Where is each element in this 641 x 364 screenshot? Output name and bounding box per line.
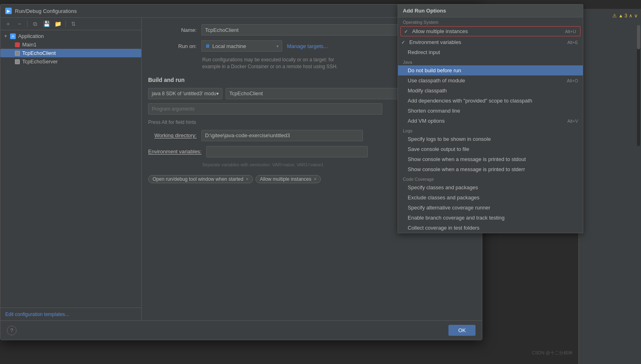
sidebar-footer: Edit configuration templates... bbox=[0, 308, 141, 320]
do-not-build-label: Do not build before run bbox=[408, 67, 461, 73]
sidebar-toolbar: + − ⧉ 💾 📁 ⇅ bbox=[0, 18, 141, 30]
run-on-select[interactable]: 🖥 Local machine ▾ bbox=[201, 40, 282, 52]
add-vm-options-shortcut: Alt+V bbox=[567, 119, 578, 123]
save-configuration-button[interactable]: 💾 bbox=[42, 19, 51, 28]
environment-variables-shortcut: Alt+E bbox=[567, 40, 578, 45]
dropdown-item-add-dependencies[interactable]: Add dependencies with "provided" scope t… bbox=[398, 96, 583, 106]
sdk-select[interactable]: java 8 SDK of 'untitled3' modu▾ bbox=[148, 88, 222, 99]
exclude-classes-label: Exclude classes and packages bbox=[408, 195, 480, 201]
add-vm-options-label: Add VM options bbox=[408, 118, 445, 124]
add-dependencies-label: Add dependencies with "provided" scope t… bbox=[408, 98, 532, 104]
remove-configuration-button[interactable]: − bbox=[15, 19, 24, 28]
scrollbar-thumb[interactable] bbox=[637, 25, 640, 49]
name-input[interactable] bbox=[201, 24, 399, 36]
dialog-title-left: ▶ Run/Debug Configurations bbox=[5, 8, 77, 14]
program-args-input[interactable] bbox=[148, 103, 382, 115]
sidebar-item-tcpechoclient[interactable]: TcpEchoClient bbox=[0, 49, 141, 57]
sort-button[interactable]: ⇅ bbox=[69, 19, 78, 28]
redirect-input-label: Redirect input bbox=[408, 49, 440, 55]
use-classpath-label: Use classpath of module bbox=[408, 77, 465, 84]
dropdown-item-enable-branch-coverage[interactable]: Enable branch coverage and track testing bbox=[398, 213, 583, 223]
name-label: Name: bbox=[148, 27, 197, 33]
dropdown-item-exclude-classes[interactable]: Exclude classes and packages bbox=[398, 192, 583, 203]
section-label-java: Java bbox=[398, 57, 583, 65]
dropdown-item-shorten-command[interactable]: Shorten command line bbox=[398, 106, 583, 116]
folder-button[interactable]: 📁 bbox=[53, 19, 62, 28]
local-machine-icon: 🖥 bbox=[205, 43, 210, 49]
add-configuration-button[interactable]: + bbox=[4, 19, 13, 28]
add-run-options-dropdown: Add Run Options Operating System Allow m… bbox=[398, 4, 583, 233]
dropdown-item-allow-multiple-instances[interactable]: Allow multiple instances Alt+U bbox=[400, 26, 580, 36]
right-ide-panel: ⚠ ▲ 3 ∧ ∨ bbox=[578, 9, 641, 364]
allow-multiple-instances-label: Allow multiple instances bbox=[412, 28, 468, 34]
dropdown-item-save-console[interactable]: Save console output to file bbox=[398, 144, 583, 154]
tag-open-tool-window-label: Open run/debug tool window when started bbox=[153, 176, 243, 182]
help-button[interactable]: ? bbox=[7, 326, 17, 335]
scrollbar-track[interactable] bbox=[637, 25, 640, 146]
chevron-down-icon[interactable]: ∨ bbox=[634, 13, 638, 19]
tag-allow-multiple-instances-close[interactable]: × bbox=[314, 176, 316, 182]
dropdown-item-specify-classes[interactable]: Specify classes and packages bbox=[398, 182, 583, 192]
dialog-title: Run/Debug Configurations bbox=[15, 8, 77, 14]
environment-variables-label: Environment variables bbox=[409, 39, 461, 45]
sidebar-item-main1[interactable]: Main1 bbox=[0, 40, 141, 49]
sidebar-item-label-main1: Main1 bbox=[22, 42, 36, 48]
dropdown-item-add-vm-options[interactable]: Add VM options Alt+V bbox=[398, 116, 583, 126]
chevron-up-icon[interactable]: ∧ bbox=[629, 13, 633, 19]
warning-count: ▲ 3 bbox=[618, 13, 627, 19]
sdk-label: java 8 SDK of 'untitled3' modu▾ bbox=[152, 91, 219, 96]
use-classpath-shortcut: Alt+O bbox=[567, 78, 578, 83]
sidebar-tree: ▼ A Application Main1 TcpEchoClient TcpE… bbox=[0, 30, 141, 308]
run-on-dropdown-arrow: ▾ bbox=[277, 44, 279, 48]
working-dir-label: Working directory: bbox=[148, 132, 197, 138]
dropdown-item-specify-logs[interactable]: Specify logs to be shown in console bbox=[398, 134, 583, 144]
toolbar-separator-2 bbox=[65, 21, 66, 27]
shorten-command-label: Shorten command line bbox=[408, 108, 460, 114]
sidebar: + − ⧉ 💾 📁 ⇅ ▼ A Application Main1 bbox=[0, 18, 142, 320]
toolbar-separator-1 bbox=[27, 21, 27, 27]
specify-logs-label: Specify logs to be shown in console bbox=[408, 136, 491, 142]
save-console-label: Save console output to file bbox=[408, 146, 469, 152]
tcpechoserver-icon bbox=[15, 59, 20, 64]
tag-allow-multiple-instances: Allow multiple instances × bbox=[256, 175, 321, 183]
dropdown-item-show-console-stderr[interactable]: Show console when a message is printed t… bbox=[398, 164, 583, 174]
dropdown-item-redirect-input[interactable]: Redirect input bbox=[398, 47, 583, 57]
warning-icon: ⚠ bbox=[612, 13, 617, 19]
section-label-code-coverage: Code Coverage bbox=[398, 174, 583, 182]
warning-badge: ⚠ ▲ 3 ∧ ∨ bbox=[609, 12, 641, 19]
copy-configuration-button[interactable]: ⧉ bbox=[31, 19, 40, 28]
dropdown-item-do-not-build[interactable]: Do not build before run bbox=[398, 65, 583, 75]
ok-button[interactable]: OK bbox=[448, 325, 476, 336]
sidebar-item-label-tcpechoclient: TcpEchoClient bbox=[22, 50, 56, 56]
dropdown-item-show-console-stdout[interactable]: Show console when a message is printed t… bbox=[398, 154, 583, 164]
collect-coverage-label: Collect coverage in test folders bbox=[408, 225, 480, 231]
working-dir-input[interactable] bbox=[201, 130, 363, 141]
dropdown-item-collect-coverage[interactable]: Collect coverage in test folders bbox=[398, 223, 583, 233]
enable-branch-coverage-label: Enable branch coverage and track testing bbox=[408, 215, 505, 221]
run-on-label: Run on: bbox=[148, 43, 197, 49]
run-debug-icon: ▶ bbox=[5, 8, 12, 14]
allow-multiple-instances-shortcut: Alt+U bbox=[565, 29, 576, 34]
modify-classpath-label: Modify classpath bbox=[408, 88, 447, 94]
dropdown-item-modify-classpath[interactable]: Modify classpath bbox=[398, 86, 583, 96]
dropdown-item-use-classpath[interactable]: Use classpath of module Alt+O bbox=[398, 75, 583, 86]
dropdown-item-environment-variables[interactable]: Environment variables Alt+E bbox=[398, 37, 583, 47]
dialog-footer: ? OK bbox=[0, 320, 482, 340]
local-machine-text: Local machine bbox=[212, 43, 246, 49]
manage-targets-link[interactable]: Manage targets... bbox=[287, 43, 328, 49]
specify-coverage-runner-label: Specify alternative coverage runner bbox=[408, 205, 490, 211]
tag-open-tool-window: Open run/debug tool window when started … bbox=[148, 175, 253, 183]
env-vars-input[interactable] bbox=[206, 146, 368, 157]
sidebar-item-label-tcpechoserver: TcpEchoServer bbox=[22, 59, 58, 65]
section-label-logs: Logs bbox=[398, 126, 583, 134]
dropdown-item-specify-coverage-runner[interactable]: Specify alternative coverage runner bbox=[398, 203, 583, 213]
edit-templates-link[interactable]: Edit configuration templates... bbox=[5, 312, 69, 317]
env-vars-label: Environment variables: bbox=[148, 149, 201, 155]
sidebar-item-tcpechoserver[interactable]: TcpEchoServer bbox=[0, 57, 141, 66]
dropdown-header: Add Run Options bbox=[398, 4, 583, 17]
sidebar-group-application[interactable]: ▼ A Application bbox=[0, 32, 141, 40]
application-icon: A bbox=[10, 33, 16, 39]
tcpechoclient-icon bbox=[15, 51, 20, 56]
tag-open-tool-window-close[interactable]: × bbox=[246, 176, 249, 182]
main1-icon bbox=[15, 42, 20, 47]
